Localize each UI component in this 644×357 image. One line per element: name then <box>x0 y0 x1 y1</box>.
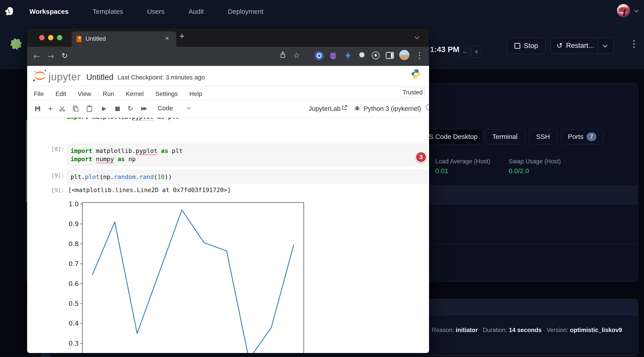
clock: 1:43 PM <box>430 45 459 54</box>
zoom-out-button[interactable]: – <box>460 46 470 58</box>
stat-swap-usage-label: Swap Usage (Host) <box>509 158 561 165</box>
add-cell-icon[interactable]: + <box>48 104 53 112</box>
ports-button[interactable]: Ports 7 <box>561 129 604 144</box>
ports-label: Ports <box>568 133 584 140</box>
cell2-input[interactable]: plt.plot(np.random.rand(10)) <box>67 170 427 184</box>
browser-tab-active[interactable]: Untitled × <box>72 32 176 47</box>
ports-badge: 7 <box>586 132 596 141</box>
menu-run[interactable]: Run <box>103 90 114 98</box>
stat-load-average-label: Load Average (Host) <box>435 158 490 165</box>
trusted-label: Trusted <box>402 89 423 96</box>
zoom-in-button[interactable]: + <box>471 46 482 58</box>
tab-search-chevron-icon[interactable] <box>414 34 419 39</box>
plus-icon: + <box>474 48 478 56</box>
clipped-code-text: import matplotlib.pyplot as plt <box>67 118 427 121</box>
execution-count-badge: 3 <box>416 152 426 163</box>
workspace-kebab-menu-icon[interactable]: ⋮ <box>629 38 639 49</box>
kernel-name[interactable]: Python 3 (ipykernel) <box>364 105 421 112</box>
cell-type-chevron-icon[interactable] <box>187 105 191 109</box>
restart-dropdown-chevron-icon[interactable] <box>603 43 608 48</box>
back-button[interactable]: ← <box>34 52 40 60</box>
stat-load-average: Load Average (Host) 0.01 <box>435 158 490 175</box>
window-close-button[interactable] <box>39 35 44 40</box>
nav-item-audit[interactable]: Audit <box>188 8 204 15</box>
menu-settings[interactable]: Settings <box>155 90 178 98</box>
cat-extension-icon[interactable] <box>328 51 338 60</box>
browser-window: Untitled × + ← → ↻ 5555--main--test--mat… <box>27 28 429 353</box>
nav-item-workspaces[interactable]: Workspaces <box>29 8 68 15</box>
cell-type-select[interactable]: Code <box>158 104 173 112</box>
run-all-cells-icon[interactable]: ▶▶ <box>141 106 146 111</box>
share-icon[interactable] <box>280 51 286 59</box>
notebook-favicon <box>76 36 82 44</box>
header-divider <box>27 86 429 86</box>
menu-help[interactable]: Help <box>189 90 202 98</box>
extensions-puzzle-icon[interactable] <box>358 51 366 60</box>
cell1-input[interactable]: import matplotlib.pyplot as plt import n… <box>67 144 427 166</box>
jupyterlab-link[interactable]: JupyterLab <box>309 105 341 112</box>
coder-logo[interactable] <box>4 6 15 17</box>
output-text: [<matplotlib.lines.Line2D at 0x7fd03f191… <box>68 186 231 194</box>
copy-icon[interactable] <box>72 105 79 112</box>
nav-item-templates[interactable]: Templates <box>92 8 123 15</box>
browser-tabstrip: Untitled × + <box>27 28 429 47</box>
menu-view[interactable]: View <box>78 90 91 98</box>
minus-icon: – <box>463 48 467 56</box>
onepassword-extension-icon[interactable] <box>315 51 324 60</box>
restart-icon: ↺ <box>556 42 562 50</box>
tab-close-icon[interactable]: × <box>165 34 169 42</box>
save-icon[interactable] <box>34 106 41 112</box>
browser-profile-avatar[interactable] <box>399 50 410 60</box>
paste-icon[interactable] <box>86 105 93 112</box>
ghostery-extension-icon[interactable] <box>372 52 380 60</box>
menu-file[interactable]: File <box>34 90 44 98</box>
nav-item-deployment[interactable]: Deployment <box>228 8 264 15</box>
restart-kernel-icon[interactable]: ↻ <box>127 104 133 112</box>
svg-text:0.9: 0.9 <box>68 220 79 228</box>
bookmark-star-icon[interactable]: ☆ <box>293 51 300 60</box>
nav-item-users[interactable]: Users <box>147 8 164 15</box>
cell2-prompt: [9]: <box>34 172 64 179</box>
stop-square-icon <box>514 43 520 49</box>
build-info-row: Reason: initiator Duration: 14 seconds V… <box>432 327 622 334</box>
window-zoom-button[interactable] <box>57 35 62 40</box>
puzzle-icon <box>6 38 24 54</box>
cut-icon[interactable] <box>59 106 66 112</box>
restart-button[interactable]: ↺ Restart... <box>550 38 614 54</box>
svg-text:0.3: 0.3 <box>68 340 79 347</box>
notebook-title[interactable]: Untitled <box>86 72 114 82</box>
lightning-extension-icon[interactable] <box>344 51 352 60</box>
forward-button[interactable]: → <box>48 52 54 60</box>
stop-label: Stop <box>524 42 538 50</box>
menu-kernel[interactable]: Kernel <box>126 90 144 98</box>
trusted-button[interactable]: Trusted <box>400 87 424 98</box>
cell1-prompt: [8]: <box>34 146 64 152</box>
menu-edit[interactable]: Edit <box>56 90 66 98</box>
debugger-bug-icon[interactable] <box>354 104 360 111</box>
external-link-icon <box>341 104 348 111</box>
reload-button[interactable]: ↻ <box>62 51 68 60</box>
browser-kebab-menu-icon[interactable]: ⋮ <box>415 50 424 60</box>
menu-divider <box>27 100 429 100</box>
coder-logo-icon <box>4 6 15 17</box>
terminal-button[interactable]: Terminal <box>485 129 525 144</box>
matplotlib-line-chart: 0.20.30.40.50.60.70.80.91.002468 <box>67 196 320 353</box>
output-prompt: [9]: <box>34 187 64 194</box>
kernel-status-circle <box>426 104 429 110</box>
vscode-desktop-button[interactable]: VS Code Desktop <box>420 129 482 144</box>
svg-text:0.6: 0.6 <box>68 280 79 288</box>
restart-split-divider <box>597 38 598 53</box>
build-duration-label: Duration: <box>483 327 507 334</box>
cell2-line1: plt.plot(np.random.rand(10)) <box>70 173 424 181</box>
interrupt-kernel-icon[interactable]: ■ <box>115 105 120 112</box>
window-minimize-button[interactable] <box>48 35 54 40</box>
checkpoint-status: Last Checkpoint: 3 minutes ago <box>118 74 205 81</box>
ssh-button[interactable]: SSH <box>529 129 557 144</box>
jupyter-brand: jupyter <box>48 71 81 83</box>
run-cell-icon[interactable]: ▶ <box>102 105 106 112</box>
stop-button[interactable]: Stop <box>507 38 546 54</box>
side-panel-icon[interactable] <box>386 51 394 60</box>
user-avatar[interactable] <box>617 4 630 17</box>
stat-load-average-value: 0.01 <box>435 167 490 175</box>
new-tab-button[interactable]: + <box>179 31 184 41</box>
